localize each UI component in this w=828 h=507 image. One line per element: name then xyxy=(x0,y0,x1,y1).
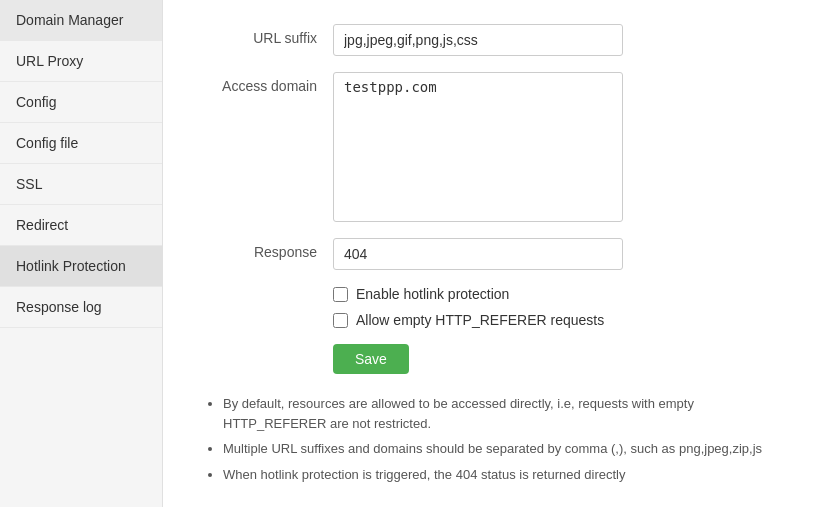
notes-list: By default, resources are allowed to be … xyxy=(223,394,788,484)
checkbox-referer-label[interactable]: Allow empty HTTP_REFERER requests xyxy=(356,312,604,328)
checkbox-hotlink[interactable] xyxy=(333,287,348,302)
save-button-row: Save xyxy=(333,344,788,374)
response-row: Response xyxy=(203,238,788,270)
save-button[interactable]: Save xyxy=(333,344,409,374)
sidebar: Domain ManagerURL ProxyConfigConfig file… xyxy=(0,0,163,507)
sidebar-item-url-proxy[interactable]: URL Proxy xyxy=(0,41,162,82)
access-domain-row: Access domain xyxy=(203,72,788,222)
sidebar-item-response-log[interactable]: Response log xyxy=(0,287,162,328)
sidebar-item-config-file[interactable]: Config file xyxy=(0,123,162,164)
notes-item: By default, resources are allowed to be … xyxy=(223,394,788,433)
access-domain-input[interactable] xyxy=(333,72,623,222)
sidebar-item-domain-manager[interactable]: Domain Manager xyxy=(0,0,162,41)
sidebar-item-ssl[interactable]: SSL xyxy=(0,164,162,205)
sidebar-item-hotlink-protection[interactable]: Hotlink Protection xyxy=(0,246,162,287)
access-domain-label: Access domain xyxy=(203,72,333,94)
notes-item: Multiple URL suffixes and domains should… xyxy=(223,439,788,459)
checkbox-referer-row: Allow empty HTTP_REFERER requests xyxy=(333,312,788,328)
notes-section: By default, resources are allowed to be … xyxy=(223,394,788,484)
response-label: Response xyxy=(203,238,333,260)
checkbox-hotlink-row: Enable hotlink protection xyxy=(333,286,788,302)
url-suffix-row: URL suffix xyxy=(203,24,788,56)
url-suffix-input[interactable] xyxy=(333,24,623,56)
main-content: URL suffix Access domain Response Enable… xyxy=(163,0,828,507)
sidebar-item-config[interactable]: Config xyxy=(0,82,162,123)
checkbox-hotlink-label[interactable]: Enable hotlink protection xyxy=(356,286,509,302)
response-input[interactable] xyxy=(333,238,623,270)
checkbox-referer[interactable] xyxy=(333,313,348,328)
notes-item: When hotlink protection is triggered, th… xyxy=(223,465,788,485)
url-suffix-label: URL suffix xyxy=(203,24,333,46)
sidebar-item-redirect[interactable]: Redirect xyxy=(0,205,162,246)
